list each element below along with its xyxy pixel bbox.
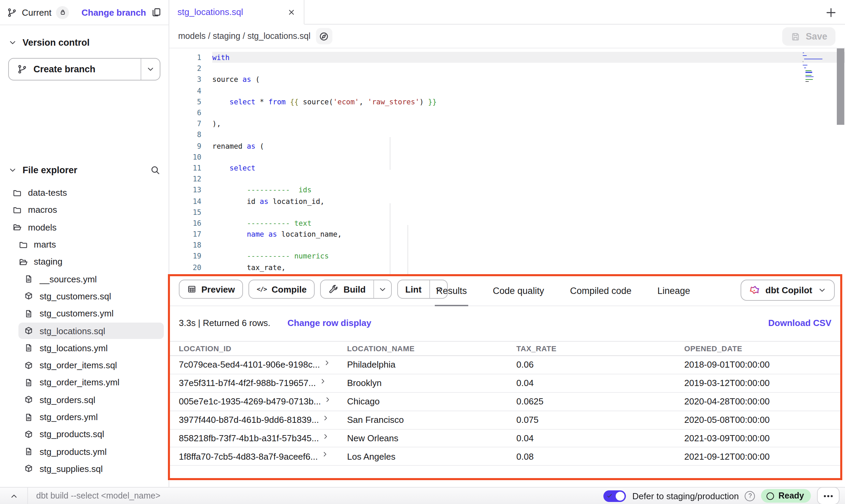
code-line-6[interactable]: 6 [170, 107, 845, 118]
code-line-1[interactable]: 1with [170, 52, 845, 63]
file-tree-item-stg-customers-sql[interactable]: stg_customers.sql [0, 288, 169, 305]
file-tree-item-stg-customers-yml[interactable]: stg_customers.yml [0, 305, 169, 322]
command-input[interactable]: dbt build --select <model_name> [36, 491, 604, 501]
build-button[interactable]: Build [320, 280, 391, 299]
file-tree-item-marts[interactable]: marts [0, 236, 169, 253]
expand-row-icon[interactable] [321, 451, 328, 458]
lint-label: Lint [405, 284, 421, 294]
expand-row-icon[interactable] [323, 360, 330, 366]
tab-compiled-code[interactable]: Compiled code [569, 276, 633, 306]
file-label: stg_supplies.sql [40, 464, 103, 474]
code-line-18[interactable]: 18 [170, 239, 845, 250]
code-line-11[interactable]: 11 select [170, 162, 845, 173]
file-explorer-header[interactable]: File explorer [0, 160, 169, 180]
table-row-4[interactable]: 3977f440-b87d-461b-9dd6-81839...San Fran… [170, 411, 840, 429]
save-button[interactable]: Save [783, 27, 835, 46]
code-line-13[interactable]: 13 ---------- ids [170, 184, 845, 195]
code-line-7[interactable]: 7), [170, 118, 845, 129]
dbt-copilot-icon [749, 285, 760, 296]
file-tree-item-stg-products-sql[interactable]: stg_products.sql [0, 426, 169, 443]
expand-row-icon[interactable] [323, 433, 329, 440]
preview-button[interactable]: Preview [179, 280, 243, 299]
tab-stg-locations-sql[interactable]: stg_locations.sql [169, 0, 304, 25]
file-tree-item-stg-orders-sql[interactable]: stg_orders.sql [0, 391, 169, 409]
file-label: stg_locations.yml [40, 343, 108, 353]
create-branch-dropdown[interactable] [141, 59, 160, 80]
more-options-button[interactable] [817, 487, 840, 504]
panel-toolbar: Preview </> Compile Build [170, 276, 840, 306]
file-tree-item-data-tests[interactable]: data-tests [0, 184, 169, 202]
line-number: 2 [170, 64, 212, 73]
file-tree-item-stg-locations-sql[interactable]: stg_locations.sql [0, 322, 169, 340]
results-table: LOCATION_IDLOCATION_NAMETAX_RATEOPENED_D… [170, 341, 840, 466]
file-tree-item-macros[interactable]: macros [0, 202, 169, 219]
code-line-12[interactable]: 12 [170, 173, 845, 184]
code-line-4[interactable]: 4 [170, 85, 845, 96]
close-icon[interactable] [287, 8, 296, 16]
code-line-3[interactable]: 3source as ( [170, 74, 845, 85]
file-tree-item-staging[interactable]: staging [0, 253, 169, 270]
lineage-compass-button[interactable] [316, 28, 332, 44]
search-icon[interactable] [150, 165, 160, 175]
new-tab-button[interactable] [823, 5, 838, 20]
code-minimap[interactable] [803, 53, 827, 83]
code-line-2[interactable]: 2 [170, 63, 845, 74]
tab-code-quality[interactable]: Code quality [491, 276, 545, 306]
code-line-5[interactable]: 5 select * from {{ source('ecom', 'raw_s… [170, 96, 845, 107]
line-number: 6 [170, 108, 212, 117]
table-row-6[interactable]: 1f8ffa70-7cb5-4d83-8a7f-9aceef6...Los An… [170, 448, 840, 466]
build-dropdown[interactable] [373, 280, 391, 298]
file-tree: data-testsmacrosmodelsmartsstaging__sour… [0, 184, 169, 477]
code-line-15[interactable]: 15 [170, 206, 845, 217]
expand-row-icon[interactable] [324, 396, 331, 403]
file-tree-item-stg-locations-yml[interactable]: stg_locations.yml [0, 339, 169, 357]
dbt-copilot-button[interactable]: dbt Copilot [741, 280, 835, 301]
code-line-8[interactable]: 8 [170, 129, 845, 140]
table-row-3[interactable]: 005e7e1c-1935-4269-b479-0713b...Chicago0… [170, 393, 840, 411]
version-control-section: Version control Create branch [0, 25, 169, 80]
change-row-display-link[interactable]: Change row display [287, 317, 371, 328]
code-line-16[interactable]: 16 ---------- text [170, 218, 845, 228]
code-line-9[interactable]: 9renamed as ( [170, 140, 845, 151]
table-row-5[interactable]: 858218fb-73f7-4b1b-a31f-57b345...New Orl… [170, 429, 840, 448]
cell-tax-rate: 0.08 [507, 451, 675, 462]
code-line-17[interactable]: 17 name as location_name, [170, 228, 845, 239]
download-csv-link[interactable]: Download CSV [768, 317, 831, 328]
code-line-10[interactable]: 10 [170, 151, 845, 162]
tab-lineage[interactable]: Lineage [656, 276, 691, 306]
code-line-14[interactable]: 14 id as location_id, [170, 195, 845, 206]
status-badge-ready: Ready [761, 489, 811, 503]
compile-button[interactable]: </> Compile [248, 280, 315, 299]
code-line-20[interactable]: 20 tax_rate, [170, 262, 845, 272]
lock-icon [59, 8, 67, 16]
create-branch-button[interactable]: Create branch [8, 58, 160, 80]
defer-toggle[interactable] [604, 490, 626, 502]
table-row-2[interactable]: 37e5f311-b7f4-4f2f-988b-719657...Brookly… [170, 374, 840, 393]
code-line-19[interactable]: 19 ---------- numerics [170, 251, 845, 262]
file-tree-item-stg-order-items-yml[interactable]: stg_order_items.yml [0, 374, 169, 391]
tab-results[interactable]: Results [435, 276, 468, 306]
file-tree-item-models[interactable]: models [0, 219, 169, 236]
cell-tax-rate: 0.04 [507, 378, 675, 388]
table-row-1[interactable]: 7c079cea-5ed4-4101-906e-9198c...Philadel… [170, 356, 840, 374]
file-tree-item-stg-products-yml[interactable]: stg_products.yml [0, 443, 169, 460]
file-tree-item-stg-supplies-sql[interactable]: stg_supplies.sql [0, 460, 169, 478]
expand-row-icon[interactable] [319, 378, 326, 385]
change-branch-link[interactable]: Change branch [82, 7, 146, 17]
cell-opened-date: 2018-09-01T00:00:00 [675, 360, 840, 370]
cell-opened-date: 2021-09-12T00:00:00 [675, 451, 840, 462]
create-branch-main[interactable]: Create branch [9, 59, 141, 80]
file-label: stg_order_items.yml [40, 377, 119, 388]
cell-location-id: 1f8ffa70-7cb5-4d83-8a7f-9aceef6... [179, 451, 318, 462]
version-control-header[interactable]: Version control [0, 32, 169, 53]
file-tree-item--sources-yml[interactable]: __sources.yml [0, 270, 169, 288]
collapse-command-bar-button[interactable] [0, 491, 27, 500]
code-editor[interactable]: 1with23source as (45 select * from {{ so… [170, 48, 845, 275]
copy-icon[interactable] [151, 7, 162, 18]
help-icon[interactable] [745, 491, 755, 501]
file-tree-item-stg-order-items-sql[interactable]: stg_order_items.sql [0, 357, 169, 374]
code-text: tax_rate, [212, 262, 845, 272]
expand-row-icon[interactable] [323, 415, 329, 421]
editor-scrollbar[interactable] [837, 48, 844, 125]
file-tree-item-stg-orders-yml[interactable]: stg_orders.yml [0, 409, 169, 426]
